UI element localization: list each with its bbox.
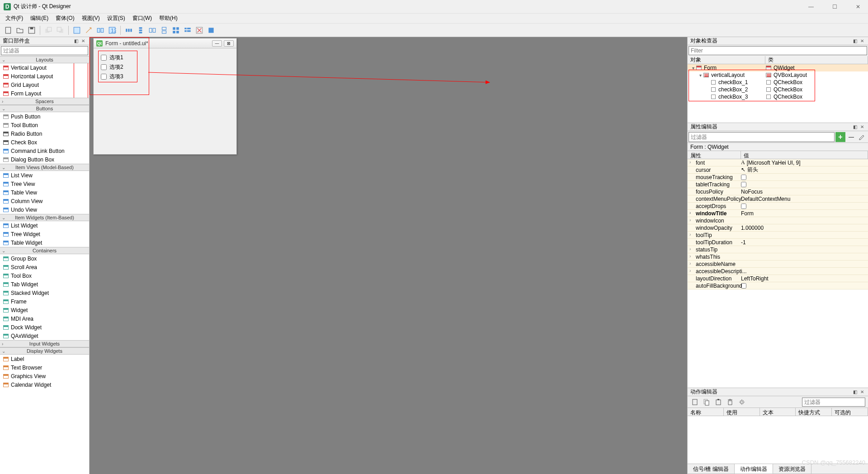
property-row[interactable]: ›fontA [Microsoft YaHei UI, 9] — [688, 159, 868, 166]
widget-category[interactable]: ⌄Item Views (Model-Based) — [0, 164, 89, 171]
widget-item[interactable]: Text Browser — [0, 363, 89, 372]
widget-box-filter[interactable] — [1, 46, 88, 55]
toolbar-send-back-button[interactable] — [43, 25, 54, 36]
property-editor-body[interactable]: ›fontA [Microsoft YaHei UI, 9]cursor↖ 箭头… — [688, 159, 868, 388]
widget-item[interactable]: Tree View — [0, 180, 89, 188]
widget-category[interactable]: ⌄Item Widgets (Item-Based) — [0, 214, 89, 221]
toolbar-layout-grid-button[interactable] — [170, 25, 181, 36]
widget-item[interactable]: Graphics View — [0, 372, 89, 380]
checkbox-input[interactable] — [101, 64, 107, 70]
toolbar-layout-form-button[interactable] — [182, 25, 193, 36]
widget-item[interactable]: List View — [0, 171, 89, 180]
form-minimize-button[interactable]: — — [212, 40, 222, 47]
widget-item[interactable]: Group Box — [0, 254, 89, 263]
widget-box-close-button[interactable]: ✕ — [80, 38, 86, 44]
object-tree-row[interactable]: checkBox_1QCheckBox — [688, 79, 868, 86]
property-row[interactable]: ›toolTip — [688, 232, 868, 239]
widget-category[interactable]: ›Spacers — [0, 98, 89, 105]
tree-toggle[interactable]: ▾ — [690, 66, 696, 71]
widget-item[interactable]: Column View — [0, 197, 89, 205]
widget-item[interactable]: Horizontal Layout — [0, 72, 89, 81]
object-tree-row[interactable]: ▾FormQWidget — [688, 64, 868, 71]
toolbar-layout-vsplit-button[interactable] — [159, 25, 170, 36]
menu-item[interactable]: 窗口(W) — [129, 14, 156, 23]
toolbar-edit-taborder-button[interactable]: 12 — [107, 25, 118, 36]
property-value[interactable]: -1 — [741, 239, 868, 246]
checkbox-widget[interactable]: 选项1 — [101, 53, 123, 62]
property-row[interactable]: mouseTracking — [688, 174, 868, 181]
property-row[interactable]: acceptDrops — [688, 203, 868, 210]
widget-item[interactable]: Table Widget — [0, 238, 89, 247]
object-tree-row[interactable]: checkBox_3QCheckBox — [688, 93, 868, 100]
action-copy-button[interactable] — [702, 398, 711, 407]
toolbar-adjust-size-button[interactable] — [206, 25, 217, 36]
action-editor-float-button[interactable]: ◧ — [852, 389, 858, 395]
property-value[interactable]: LeftToRight — [741, 275, 868, 282]
action-column-header[interactable]: 使用 — [724, 408, 760, 416]
widget-item[interactable]: List Widget — [0, 221, 89, 230]
widget-item[interactable]: Check Box — [0, 138, 89, 147]
property-editor-filter[interactable] — [689, 132, 835, 142]
menu-item[interactable]: 设置(S) — [104, 14, 129, 23]
object-inspector-col-object[interactable]: 对象 — [688, 56, 765, 64]
checkbox-input[interactable] — [101, 55, 107, 61]
widget-item[interactable]: Tool Button — [0, 121, 89, 129]
form-window-titlebar[interactable]: Qt Form - untitled.ui* — ⊠ — [94, 38, 236, 48]
widget-category[interactable]: ›Input Widgets — [0, 340, 89, 347]
widget-item[interactable]: Grid Layout — [0, 81, 89, 89]
widget-item[interactable]: Table View — [0, 188, 89, 197]
window-maximize-button[interactable]: ☐ — [828, 2, 841, 11]
widget-box-float-button[interactable]: ◧ — [73, 38, 79, 44]
menu-item[interactable]: 文件(F) — [2, 14, 27, 23]
widget-category[interactable]: ⌄Layouts — [0, 56, 89, 63]
checkbox-widget[interactable]: 选项2 — [101, 62, 123, 72]
widget-item[interactable]: Scroll Area — [0, 263, 89, 271]
property-row[interactable]: ›windowTitleForm — [688, 210, 868, 217]
property-checkbox[interactable] — [741, 204, 746, 209]
property-row[interactable]: tabletTracking — [688, 181, 868, 188]
widget-item[interactable]: Frame — [0, 297, 89, 306]
expand-icon[interactable]: › — [689, 232, 691, 237]
widget-category[interactable]: ⌄Containers — [0, 247, 89, 254]
property-row[interactable]: ›accessibleDescripti... — [688, 268, 868, 275]
expand-icon[interactable]: › — [689, 268, 691, 273]
toolbar-layout-hsplit-button[interactable] — [147, 25, 158, 36]
property-value[interactable]: NoFocus — [741, 189, 868, 195]
toolbar-edit-buddies-button[interactable] — [95, 25, 106, 36]
property-row[interactable]: ›statusTip — [688, 246, 868, 253]
property-value[interactable] — [741, 182, 868, 187]
property-value[interactable]: DefaultContextMenu — [741, 196, 868, 202]
property-editor-float-button[interactable]: ◧ — [852, 124, 858, 130]
expand-icon[interactable]: › — [689, 246, 691, 251]
menu-item[interactable]: 编辑(E) — [27, 14, 52, 23]
toolbar-layout-h-button[interactable] — [123, 25, 134, 36]
action-delete-button[interactable] — [726, 398, 735, 407]
property-row[interactable]: ›accessibleName — [688, 261, 868, 268]
menu-item[interactable]: 帮助(H) — [156, 14, 181, 23]
property-editor-headers[interactable]: 属性 值 — [688, 151, 868, 159]
object-tree-row[interactable]: checkBox_2QCheckBox — [688, 86, 868, 93]
property-row[interactable]: toolTipDuration-1 — [688, 239, 868, 246]
action-column-header[interactable]: 文本 — [760, 408, 796, 416]
object-inspector-filter[interactable] — [689, 46, 867, 55]
property-editor-add-button[interactable]: + — [835, 132, 845, 142]
widget-item[interactable]: Undo View — [0, 205, 89, 214]
expand-icon[interactable]: › — [689, 261, 691, 266]
checkbox-widget[interactable]: 选项3 — [101, 72, 123, 81]
property-value[interactable] — [741, 283, 868, 289]
property-editor-close-button[interactable]: ✕ — [859, 124, 865, 130]
property-value[interactable]: Form — [741, 210, 868, 217]
toolbar-open-button[interactable] — [14, 25, 25, 36]
window-close-button[interactable]: ✕ — [852, 2, 864, 11]
action-column-header[interactable]: 快捷方式 — [796, 408, 832, 416]
widget-box-list[interactable]: ⌄LayoutsVertical LayoutHorizontal Layout… — [0, 56, 89, 474]
bottom-tab[interactable]: 动作编辑器 — [735, 464, 773, 474]
object-inspector-col-class[interactable]: 类 — [765, 56, 868, 64]
property-checkbox[interactable] — [741, 182, 746, 187]
action-editor-filter[interactable] — [802, 398, 865, 407]
property-row[interactable]: windowOpacity1.000000 — [688, 224, 868, 232]
action-editor-body[interactable] — [688, 416, 868, 464]
menu-item[interactable]: 窗体(O) — [52, 14, 78, 23]
widget-item[interactable]: Tool Box — [0, 271, 89, 280]
widget-category[interactable]: ⌄Display Widgets — [0, 347, 89, 355]
